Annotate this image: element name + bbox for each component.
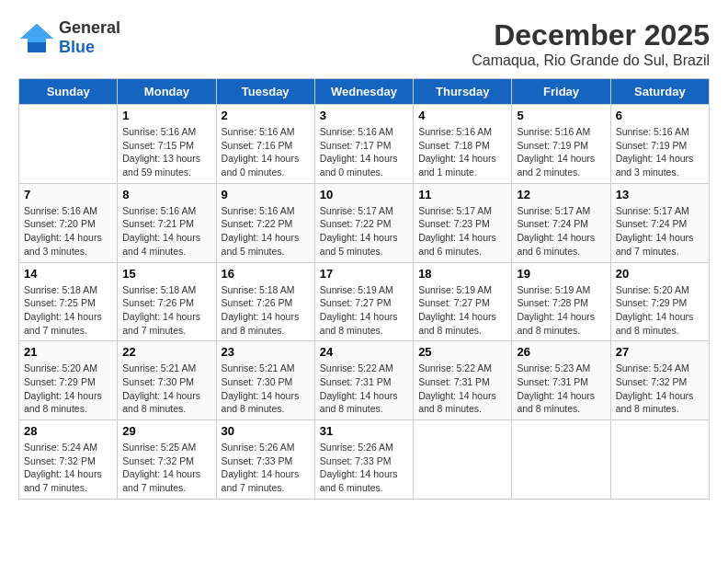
day-header-friday: Friday — [512, 79, 610, 105]
calendar-week-5: 28Sunrise: 5:24 AMSunset: 7:32 PMDayligh… — [19, 420, 710, 500]
day-info: Sunrise: 5:26 AMSunset: 7:33 PMDaylight:… — [320, 441, 408, 495]
day-number: 15 — [122, 267, 210, 281]
day-number: 14 — [24, 267, 112, 281]
logo-icon — [18, 22, 55, 54]
calendar-cell: 31Sunrise: 5:26 AMSunset: 7:33 PMDayligh… — [314, 420, 413, 500]
calendar-week-1: 1Sunrise: 5:16 AMSunset: 7:15 PMDaylight… — [19, 105, 710, 184]
day-info: Sunrise: 5:26 AMSunset: 7:33 PMDaylight:… — [222, 441, 310, 495]
calendar-cell — [512, 420, 610, 500]
calendar-cell: 4Sunrise: 5:16 AMSunset: 7:18 PMDaylight… — [414, 105, 512, 184]
day-number: 28 — [24, 424, 112, 438]
location: Camaqua, Rio Grande do Sul, Brazil — [472, 52, 710, 69]
day-number: 20 — [616, 267, 704, 281]
day-info: Sunrise: 5:18 AMSunset: 7:25 PMDaylight:… — [24, 283, 112, 338]
day-number: 4 — [418, 109, 506, 122]
calendar-cell: 12Sunrise: 5:17 AMSunset: 7:24 PMDayligh… — [512, 183, 610, 262]
calendar-header-row: SundayMondayTuesdayWednesdayThursdayFrid… — [19, 79, 710, 105]
day-number: 8 — [122, 188, 210, 201]
calendar-table: SundayMondayTuesdayWednesdayThursdayFrid… — [18, 78, 710, 500]
day-number: 19 — [517, 267, 605, 281]
day-info: Sunrise: 5:17 AMSunset: 7:24 PMDaylight:… — [517, 204, 605, 259]
calendar-cell: 7Sunrise: 5:16 AMSunset: 7:20 PMDaylight… — [19, 183, 118, 262]
calendar-cell: 18Sunrise: 5:19 AMSunset: 7:27 PMDayligh… — [414, 262, 512, 341]
calendar-cell: 2Sunrise: 5:16 AMSunset: 7:16 PMDaylight… — [216, 105, 314, 184]
title-block: December 2025 Camaqua, Rio Grande do Sul… — [472, 18, 710, 69]
day-info: Sunrise: 5:22 AMSunset: 7:31 PMDaylight:… — [418, 362, 506, 416]
day-info: Sunrise: 5:19 AMSunset: 7:27 PMDaylight:… — [320, 283, 408, 338]
day-info: Sunrise: 5:19 AMSunset: 7:28 PMDaylight:… — [517, 283, 605, 338]
day-number: 31 — [320, 424, 408, 438]
day-info: Sunrise: 5:16 AMSunset: 7:18 PMDaylight:… — [418, 125, 506, 179]
day-number: 3 — [320, 109, 408, 122]
day-number: 16 — [222, 267, 310, 281]
day-info: Sunrise: 5:24 AMSunset: 7:32 PMDaylight:… — [24, 441, 112, 495]
day-number: 6 — [616, 109, 704, 122]
day-number: 26 — [517, 345, 605, 359]
calendar-cell: 25Sunrise: 5:22 AMSunset: 7:31 PMDayligh… — [414, 341, 512, 420]
calendar-cell: 11Sunrise: 5:17 AMSunset: 7:23 PMDayligh… — [414, 183, 512, 262]
day-number: 7 — [24, 188, 112, 201]
day-number: 27 — [616, 345, 704, 359]
calendar-cell: 21Sunrise: 5:20 AMSunset: 7:29 PMDayligh… — [19, 341, 118, 420]
day-header-saturday: Saturday — [610, 79, 709, 105]
day-number: 24 — [320, 345, 408, 359]
day-number: 13 — [616, 188, 704, 201]
calendar-cell: 17Sunrise: 5:19 AMSunset: 7:27 PMDayligh… — [314, 262, 413, 341]
calendar-cell: 22Sunrise: 5:21 AMSunset: 7:30 PMDayligh… — [118, 341, 216, 420]
day-info: Sunrise: 5:16 AMSunset: 7:16 PMDaylight:… — [222, 125, 310, 179]
day-info: Sunrise: 5:19 AMSunset: 7:27 PMDaylight:… — [418, 283, 506, 338]
day-number: 18 — [418, 267, 506, 281]
page-header: General Blue December 2025 Camaqua, Rio … — [18, 18, 710, 69]
calendar-cell: 26Sunrise: 5:23 AMSunset: 7:31 PMDayligh… — [512, 341, 610, 420]
calendar-cell: 28Sunrise: 5:24 AMSunset: 7:32 PMDayligh… — [19, 420, 118, 500]
day-number: 29 — [122, 424, 210, 438]
svg-marker-1 — [20, 24, 53, 42]
day-info: Sunrise: 5:16 AMSunset: 7:20 PMDaylight:… — [24, 204, 112, 259]
day-info: Sunrise: 5:16 AMSunset: 7:15 PMDaylight:… — [122, 125, 210, 179]
day-info: Sunrise: 5:21 AMSunset: 7:30 PMDaylight:… — [122, 362, 210, 416]
calendar-cell — [414, 420, 512, 500]
calendar-cell: 13Sunrise: 5:17 AMSunset: 7:24 PMDayligh… — [610, 183, 709, 262]
day-number: 23 — [222, 345, 310, 359]
logo-text: General Blue — [59, 18, 120, 57]
calendar-cell: 19Sunrise: 5:19 AMSunset: 7:28 PMDayligh… — [512, 262, 610, 341]
logo: General Blue — [18, 18, 120, 57]
day-number: 9 — [222, 188, 310, 201]
calendar-cell: 10Sunrise: 5:17 AMSunset: 7:22 PMDayligh… — [314, 183, 413, 262]
calendar-week-4: 21Sunrise: 5:20 AMSunset: 7:29 PMDayligh… — [19, 341, 710, 420]
day-info: Sunrise: 5:16 AMSunset: 7:19 PMDaylight:… — [616, 125, 704, 179]
day-number: 12 — [517, 188, 605, 201]
calendar-cell: 14Sunrise: 5:18 AMSunset: 7:25 PMDayligh… — [19, 262, 118, 341]
calendar-cell: 3Sunrise: 5:16 AMSunset: 7:17 PMDaylight… — [314, 105, 413, 184]
calendar-cell: 9Sunrise: 5:16 AMSunset: 7:22 PMDaylight… — [216, 183, 314, 262]
day-number: 5 — [517, 109, 605, 122]
calendar-cell — [19, 105, 118, 184]
calendar-cell: 20Sunrise: 5:20 AMSunset: 7:29 PMDayligh… — [610, 262, 709, 341]
day-info: Sunrise: 5:16 AMSunset: 7:19 PMDaylight:… — [517, 125, 605, 179]
day-number: 1 — [122, 109, 210, 122]
calendar-cell: 23Sunrise: 5:21 AMSunset: 7:30 PMDayligh… — [216, 341, 314, 420]
day-number: 17 — [320, 267, 408, 281]
day-info: Sunrise: 5:22 AMSunset: 7:31 PMDaylight:… — [320, 362, 408, 416]
day-info: Sunrise: 5:17 AMSunset: 7:24 PMDaylight:… — [616, 204, 704, 259]
day-number: 25 — [418, 345, 506, 359]
day-header-monday: Monday — [118, 79, 216, 105]
day-info: Sunrise: 5:20 AMSunset: 7:29 PMDaylight:… — [616, 283, 704, 338]
day-info: Sunrise: 5:16 AMSunset: 7:22 PMDaylight:… — [222, 204, 310, 259]
day-info: Sunrise: 5:24 AMSunset: 7:32 PMDaylight:… — [616, 362, 704, 416]
day-header-tuesday: Tuesday — [216, 79, 314, 105]
calendar-cell: 15Sunrise: 5:18 AMSunset: 7:26 PMDayligh… — [118, 262, 216, 341]
calendar-cell: 27Sunrise: 5:24 AMSunset: 7:32 PMDayligh… — [610, 341, 709, 420]
day-number: 11 — [418, 188, 506, 201]
day-info: Sunrise: 5:16 AMSunset: 7:21 PMDaylight:… — [122, 204, 210, 259]
day-info: Sunrise: 5:25 AMSunset: 7:32 PMDaylight:… — [122, 441, 210, 495]
day-header-thursday: Thursday — [414, 79, 512, 105]
day-info: Sunrise: 5:18 AMSunset: 7:26 PMDaylight:… — [122, 283, 210, 338]
day-info: Sunrise: 5:21 AMSunset: 7:30 PMDaylight:… — [222, 362, 310, 416]
calendar-cell: 6Sunrise: 5:16 AMSunset: 7:19 PMDaylight… — [610, 105, 709, 184]
day-info: Sunrise: 5:23 AMSunset: 7:31 PMDaylight:… — [517, 362, 605, 416]
calendar-cell: 8Sunrise: 5:16 AMSunset: 7:21 PMDaylight… — [118, 183, 216, 262]
day-number: 21 — [24, 345, 112, 359]
calendar-week-3: 14Sunrise: 5:18 AMSunset: 7:25 PMDayligh… — [19, 262, 710, 341]
day-header-wednesday: Wednesday — [314, 79, 413, 105]
